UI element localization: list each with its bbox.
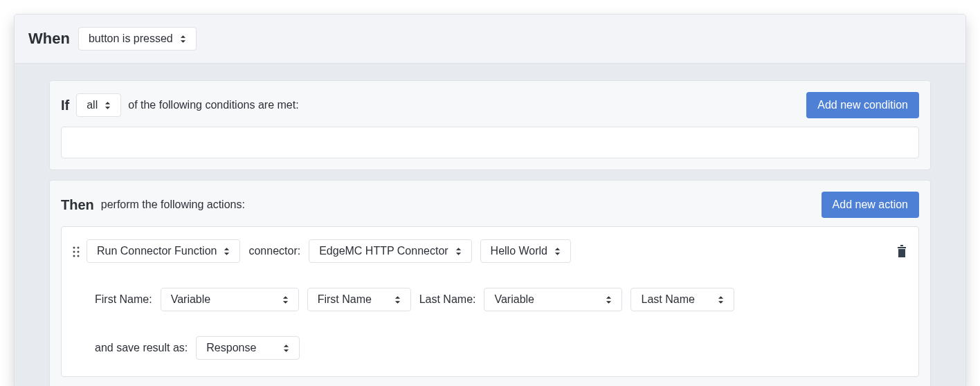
if-header: If all of the following conditions are m… — [61, 92, 919, 118]
delete-action-icon[interactable] — [896, 239, 907, 260]
connector-label: connector: — [248, 245, 300, 257]
action-type-select[interactable]: Run Connector Function — [87, 239, 240, 263]
when-trigger-value: button is pressed — [89, 33, 173, 45]
sort-icon — [282, 295, 289, 304]
then-suffix-text: perform the following actions: — [101, 199, 245, 211]
function-value: Hello World — [491, 245, 547, 257]
sort-icon — [224, 247, 230, 256]
last-name-mode-value: Variable — [494, 293, 534, 306]
if-label: If — [61, 98, 69, 113]
connector-value: EdgeMC HTTP Connector — [319, 245, 448, 257]
last-name-label: Last Name: — [419, 293, 476, 306]
first-name-label: First Name: — [95, 293, 152, 306]
sort-icon — [455, 247, 462, 256]
sort-icon — [283, 344, 289, 353]
sort-icon — [554, 247, 561, 256]
svg-point-4 — [73, 255, 75, 257]
save-result-value: Response — [206, 342, 256, 354]
svg-rect-6 — [898, 247, 906, 248]
when-label: When — [28, 30, 70, 48]
if-header-left: If all of the following conditions are m… — [61, 93, 799, 117]
svg-rect-7 — [900, 245, 903, 246]
if-panel: If all of the following conditions are m… — [49, 80, 931, 170]
save-result-label: and save result as: — [95, 342, 188, 354]
svg-point-2 — [73, 251, 75, 253]
last-name-mode-select[interactable]: Variable — [484, 288, 622, 311]
svg-point-1 — [78, 247, 80, 249]
first-name-mode-select[interactable]: Variable — [161, 288, 299, 311]
svg-point-5 — [78, 255, 80, 257]
action-content: Run Connector Function connector: EdgeMC… — [87, 239, 889, 360]
then-label: Then — [61, 197, 94, 213]
add-condition-button[interactable]: Add new condition — [806, 92, 919, 118]
connector-select[interactable]: EdgeMC HTTP Connector — [309, 239, 471, 263]
first-name-mode-value: Variable — [171, 293, 211, 306]
sort-icon — [105, 101, 111, 110]
sort-icon — [394, 295, 401, 304]
then-panel: Then perform the following actions: Add … — [49, 180, 931, 386]
first-name-value-select[interactable]: First Name — [307, 288, 411, 311]
sort-icon — [180, 35, 186, 44]
when-section: When button is pressed — [15, 15, 965, 64]
svg-point-3 — [78, 251, 80, 253]
if-quantifier-select[interactable]: all — [76, 93, 121, 117]
then-header: Then perform the following actions: Add … — [61, 192, 919, 218]
last-name-value: Last Name — [641, 293, 694, 306]
sort-icon — [606, 295, 612, 304]
sort-icon — [718, 295, 724, 304]
function-select[interactable]: Hello World — [480, 239, 571, 263]
action-row: Run Connector Function connector: EdgeMC… — [73, 239, 907, 360]
when-trigger-select[interactable]: button is pressed — [78, 27, 197, 50]
if-suffix-text: of the following conditions are met: — [128, 99, 298, 111]
svg-rect-8 — [898, 249, 905, 257]
trigger-editor-card: When button is pressed If all — [14, 14, 966, 386]
svg-point-0 — [73, 247, 75, 249]
rule-body: If all of the following conditions are m… — [15, 64, 965, 386]
action-type-value: Run Connector Function — [97, 245, 217, 257]
if-quantifier-value: all — [87, 99, 98, 111]
conditions-container — [61, 127, 919, 158]
drag-handle-icon[interactable] — [73, 239, 80, 260]
last-name-value-select[interactable]: Last Name — [630, 288, 734, 311]
then-header-left: Then perform the following actions: — [61, 197, 815, 213]
actions-container: Run Connector Function connector: EdgeMC… — [61, 226, 919, 377]
first-name-value: First Name — [318, 293, 372, 306]
add-action-button[interactable]: Add new action — [822, 192, 919, 218]
save-result-select[interactable]: Response — [196, 336, 300, 360]
